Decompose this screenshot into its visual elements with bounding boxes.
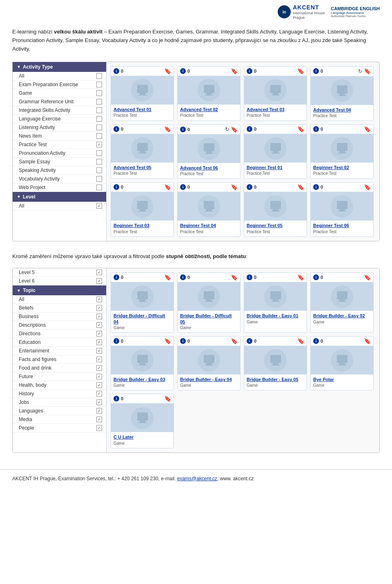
sidebar-list-item[interactable]: History [13,390,106,398]
checkbox-icon[interactable] [96,82,102,87]
checkbox-icon[interactable] [96,116,102,122]
level-header[interactable]: ▼ Level [13,192,106,202]
bookmark-icon[interactable]: 🔖 [297,184,304,190]
sidebar-list-item[interactable]: Speaking Activity [13,166,106,175]
info-icon[interactable]: i [180,68,186,74]
card-title[interactable]: Advanced Test 06 [180,165,238,171]
card-title[interactable]: Advanced Test 01 [114,107,171,112]
course-card[interactable]: i0🔖Beginner Test 01Practice Test [244,124,307,179]
bookmark-icon[interactable]: 🔖 [297,126,304,132]
sidebar-list-item[interactable]: Exam Preparation Exercise [13,80,106,89]
checkbox-icon[interactable] [96,159,102,165]
info-icon[interactable]: i [313,184,319,190]
checkbox-icon[interactable] [96,278,102,284]
course-card[interactable]: i0🔖Beginner Test 03Practice Test [111,182,174,236]
refresh-icon[interactable]: ↻ [358,68,363,74]
card-title[interactable]: Bridge Builder - Easy 01 [247,313,304,319]
course-card[interactable]: i0↻🔖Advanced Test 06Practice Test [177,124,241,179]
card-title[interactable]: Bridge Builder - Difficult 05 [180,313,238,325]
info-icon[interactable]: i [313,68,319,74]
info-icon[interactable]: i [180,274,186,280]
sidebar-list-item[interactable]: All [13,202,106,210]
course-card[interactable]: i0🔖Bridge Builder - Difficult 04Game [111,272,174,333]
card-title[interactable]: Advanced Test 03 [247,107,304,112]
sidebar-list-item[interactable]: All [13,72,106,80]
checkbox-icon[interactable] [96,331,102,337]
info-icon[interactable]: i [180,127,186,132]
checkbox-icon[interactable] [96,296,102,302]
info-icon[interactable]: i [114,68,119,74]
checkbox-icon[interactable] [96,399,102,405]
checkbox-icon[interactable] [96,339,102,345]
info-icon[interactable]: i [313,274,319,280]
card-title[interactable]: Bridge Builder - Difficult 04 [114,313,171,325]
checkbox-icon[interactable] [96,107,102,113]
course-card[interactable]: i0🔖Bridge Builder - Difficult 05Game [177,272,241,333]
course-card[interactable]: i0🔖Beginner Test 02Practice Test [310,124,374,179]
checkbox-icon[interactable] [96,150,102,156]
bookmark-icon[interactable]: 🔖 [364,126,371,132]
course-card[interactable]: i0🔖Bridge Builder - Easy 03Game [111,336,174,390]
sidebar-list-item[interactable]: Pronunciation Activity [13,149,106,158]
course-card[interactable]: i0🔖Beginner Test 06Practice Test [310,182,374,236]
sidebar-list-item[interactable]: Languages [13,407,106,415]
card-title[interactable]: Advanced Test 02 [180,107,238,112]
bookmark-icon[interactable]: 🔖 [231,338,238,344]
bookmark-icon[interactable]: 🔖 [164,338,171,344]
card-title[interactable]: Bridge Builder - Easy 05 [247,377,304,382]
bookmark-icon[interactable]: 🔖 [231,68,238,74]
checkbox-icon[interactable] [96,348,102,354]
bookmark-icon[interactable]: 🔖 [364,274,371,280]
checkbox-icon[interactable] [96,322,102,328]
card-title[interactable]: Advanced Test 04 [313,107,371,113]
sidebar-list-item[interactable]: Practice Test [13,140,106,149]
sidebar-list-item[interactable]: Game [13,89,106,98]
checkbox-icon[interactable] [96,133,102,139]
sidebar-list-item[interactable]: Descriptions [13,321,106,330]
sidebar-list-item[interactable]: People [13,424,106,432]
sidebar-list-item[interactable]: Food and drink [13,364,106,372]
course-card[interactable]: i0🔖Beginner Test 04Practice Test [177,182,241,236]
checkbox-icon[interactable] [96,167,102,173]
info-icon[interactable]: i [114,184,119,190]
course-card[interactable]: i0🔖Bridge Builder - Easy 05Game [244,336,307,390]
card-title[interactable]: Beginner Test 04 [180,223,238,228]
card-title[interactable]: Beginner Test 01 [247,165,304,170]
sidebar-list-item[interactable]: Health, body [13,381,106,390]
info-icon[interactable]: i [180,184,186,190]
course-card[interactable]: i0🔖Bridge Builder - Easy 04Game [177,336,241,390]
checkbox-icon[interactable] [96,142,102,147]
checkbox-icon[interactable] [96,125,102,130]
course-card[interactable]: i0🔖Bridge Builder - Easy 01Game [244,272,307,333]
info-icon[interactable]: i [247,68,252,74]
sidebar-list-item[interactable]: Grammar Reference Unit [13,98,106,106]
card-title[interactable]: Advanced Test 05 [114,165,171,170]
checkbox-icon[interactable] [96,408,102,414]
card-title[interactable]: Beginner Test 02 [313,165,371,170]
card-title[interactable]: Beginner Test 06 [313,223,371,228]
checkbox-icon[interactable] [96,357,102,362]
sidebar-list-item[interactable]: Facts and figures [13,355,106,364]
bookmark-icon[interactable]: 🔖 [231,184,238,190]
checkbox-icon[interactable] [96,425,102,431]
card-title[interactable]: Beginner Test 03 [114,223,171,228]
info-icon[interactable]: i [180,338,186,344]
sidebar-list-item[interactable]: Language Exercise [13,115,106,123]
bookmark-icon[interactable]: 🔖 [164,396,171,401]
card-title[interactable]: C U Later [114,434,171,440]
info-icon[interactable]: i [247,184,252,190]
checkbox-icon[interactable] [96,374,102,379]
topic-header[interactable]: ▼ Topic [13,285,106,295]
course-card[interactable]: i0🔖Advanced Test 02Practice Test [177,66,241,121]
sidebar-list-item[interactable]: Directions [13,330,106,338]
bookmark-icon[interactable]: 🔖 [231,274,238,280]
bookmark-icon[interactable]: 🔖 [164,68,171,74]
refresh-icon[interactable]: ↻ [225,126,229,132]
sidebar-list-item[interactable]: Business [13,312,106,321]
course-card[interactable]: i0🔖Advanced Test 03Practice Test [244,66,307,121]
course-card[interactable]: i0↻🔖Advanced Test 04Practice Test [310,66,374,121]
sidebar-list-item[interactable]: Integrated Skills Activity [13,106,106,115]
activity-type-header[interactable]: ▼ Activity Type [13,62,106,72]
course-card[interactable]: i0🔖C U LaterGame [111,394,174,448]
course-card[interactable]: i0🔖Advanced Test 05Practice Test [111,124,174,179]
